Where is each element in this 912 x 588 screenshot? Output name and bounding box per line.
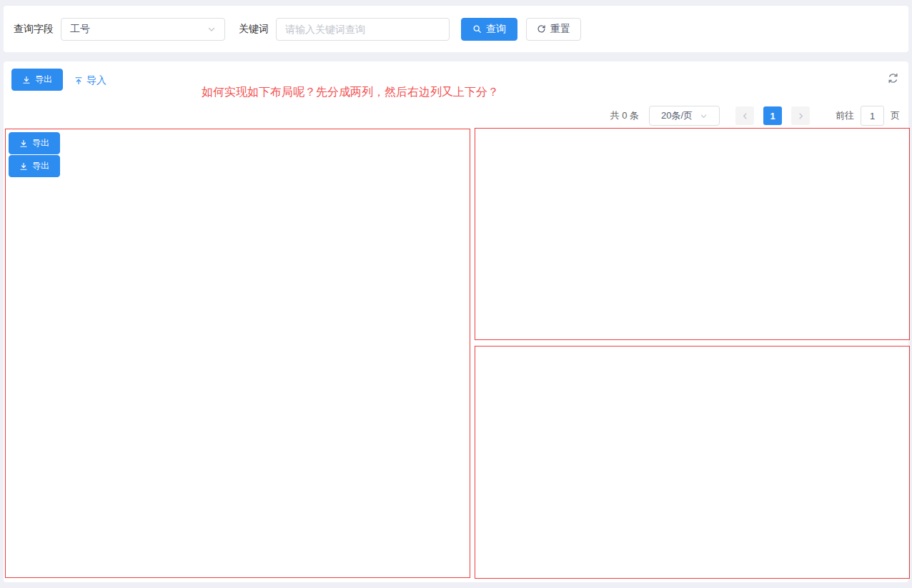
demo-left-button-stack: 导出 导出: [9, 132, 467, 177]
query-field-select[interactable]: 工号: [61, 18, 225, 41]
chevron-right-icon: [797, 112, 805, 120]
pagination-total: 共 0 条: [610, 109, 639, 122]
export-button-label: 导出: [35, 74, 52, 86]
prev-page-button[interactable]: [735, 106, 754, 125]
goto-label: 前往: [836, 109, 854, 122]
query-field-label: 查询字段: [14, 23, 54, 36]
demo-left-panel: 导出 导出: [5, 129, 470, 578]
pagination: 共 0 条 20条/页 1 前往 页: [610, 106, 900, 126]
search-icon: [472, 24, 482, 34]
search-button-label: 查询: [486, 23, 506, 36]
import-link[interactable]: 导入: [74, 74, 106, 87]
demo-right-column: [475, 128, 910, 579]
chevron-down-icon: [207, 25, 216, 34]
export-button-label: 导出: [32, 137, 49, 149]
search-button[interactable]: 查询: [461, 18, 517, 41]
demo-right-bottom-panel: [475, 346, 910, 579]
query-bar: 查询字段 工号 关键词 查询 重置: [4, 6, 908, 52]
query-field-select-value: 工号: [70, 23, 90, 36]
next-page-button[interactable]: [791, 106, 810, 125]
import-link-label: 导入: [86, 74, 106, 87]
goto-page-group: 前往 页: [836, 106, 900, 126]
export-button[interactable]: 导出: [9, 132, 60, 154]
goto-unit-label: 页: [891, 109, 900, 122]
keyword-label: 关键词: [239, 23, 269, 36]
layout-hint-text: 如何实现如下布局呢？先分成两列，然后右边列又上下分？: [202, 85, 499, 100]
reset-button-label: 重置: [550, 23, 570, 36]
goto-page-input[interactable]: [861, 106, 884, 126]
page-size-select[interactable]: 20条/页: [649, 106, 720, 126]
download-icon: [19, 139, 28, 148]
main-panel: 导出 导入 如何实现如下布局呢？先分成两列，然后右边列又上下分？ 共 0 条 2…: [4, 61, 908, 582]
page-size-value: 20条/页: [661, 109, 693, 122]
demo-right-top-panel: [475, 128, 910, 340]
refresh-icon[interactable]: [887, 72, 899, 84]
download-icon: [19, 162, 28, 171]
page-number-button[interactable]: 1: [763, 106, 782, 125]
reset-icon: [537, 24, 546, 34]
chevron-left-icon: [741, 112, 749, 120]
chevron-down-icon: [700, 112, 708, 120]
upload-icon: [74, 76, 83, 85]
download-icon: [22, 76, 31, 84]
export-button-label: 导出: [32, 160, 49, 172]
export-button[interactable]: 导出: [9, 155, 60, 177]
export-button[interactable]: 导出: [11, 69, 63, 91]
keyword-input[interactable]: [276, 18, 450, 41]
reset-button[interactable]: 重置: [526, 18, 581, 41]
